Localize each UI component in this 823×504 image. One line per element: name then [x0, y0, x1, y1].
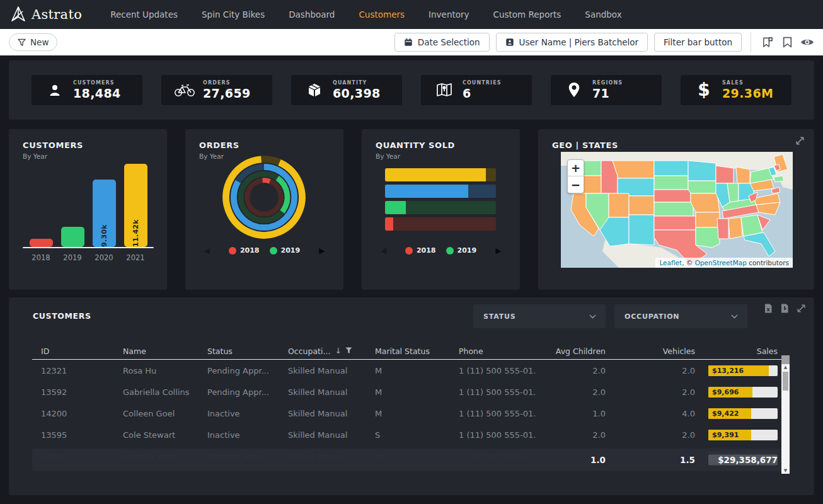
- hbar-2020: [385, 185, 496, 198]
- expand-icon[interactable]: [795, 135, 805, 149]
- legend-prev-arrow[interactable]: ◀: [204, 247, 210, 255]
- column-header-phone[interactable]: Phone: [450, 346, 536, 356]
- column-header-vehicles[interactable]: Vehicles: [609, 346, 699, 356]
- sales-value: $9,391: [712, 431, 739, 439]
- column-filter-icon[interactable]: [345, 346, 352, 356]
- x-tick-2018: 2018: [30, 253, 53, 262]
- totals-vehicles: 1.5: [609, 455, 699, 465]
- column-header-id[interactable]: ID: [32, 346, 114, 356]
- orders-donut-chart: [218, 151, 310, 243]
- column-header-name[interactable]: Name: [114, 346, 199, 356]
- export-excel-icon[interactable]: x: [763, 303, 773, 316]
- nav-item-inventory[interactable]: Inventory: [417, 9, 481, 20]
- nav-item-recent-updates[interactable]: Recent Updates: [98, 9, 190, 20]
- status-filter-dropdown[interactable]: STATUS: [473, 304, 606, 328]
- openstreetmap-link[interactable]: OpenStreetMap: [695, 259, 747, 266]
- sort-desc-icon[interactable]: ↓: [335, 346, 341, 355]
- cell-vehicles: 4.0: [609, 409, 699, 418]
- top-nav-bar: Astrato Recent UpdatesSpin City BikesDas…: [0, 0, 823, 29]
- cell-status: Inactive: [199, 430, 279, 440]
- nav-item-customers[interactable]: Customers: [347, 9, 417, 20]
- hbar-2021: [385, 168, 496, 181]
- map-icon: [434, 83, 455, 98]
- column-header-sales[interactable]: Sales: [699, 346, 781, 356]
- column-label: Status: [207, 346, 233, 356]
- kpi-value: 71: [592, 86, 623, 100]
- date-selection-button[interactable]: Date Selection: [394, 33, 490, 52]
- filter-bar-button[interactable]: Filter bar button: [654, 33, 742, 52]
- zoom-in-button[interactable]: +: [568, 160, 584, 176]
- quantity-chart-subtitle: By Year: [376, 152, 400, 160]
- astrato-logo[interactable]: Astrato: [10, 6, 82, 23]
- eye-icon[interactable]: [800, 35, 814, 49]
- scrollbar-thumb[interactable]: [783, 372, 788, 391]
- cell-name: Rosa Hu: [114, 366, 199, 375]
- quantity-chart-card: QUANTITY SOLD By Year ◀20182019▶: [362, 129, 520, 290]
- cell-vehicles: 2.0: [609, 430, 699, 440]
- column-header-status[interactable]: Status: [199, 346, 279, 356]
- bookmark-icon[interactable]: [780, 35, 794, 49]
- table-totals-row: 1.0 1.5 $29,358,677: [32, 449, 781, 471]
- dashboard-content: CUSTOMERS18,484ORDERS27,659QUANTITY60,39…: [0, 55, 823, 504]
- kpi-value: 18,484: [73, 86, 121, 100]
- expand-icon[interactable]: [796, 303, 807, 316]
- column-header-avg-children[interactable]: Avg Children: [536, 346, 609, 356]
- legend-item-2018[interactable]: 2018: [405, 246, 436, 255]
- cell-avg_children: 2.0: [536, 366, 609, 375]
- kpi-value: 6: [463, 86, 502, 100]
- legend-item-2019[interactable]: 2019: [446, 246, 477, 255]
- table-row[interactable]: 13592Gabriella CollinsPending Appr...Ski…: [32, 381, 781, 403]
- nav-item-sandbox[interactable]: Sandbox: [573, 9, 633, 20]
- map-svg: [561, 152, 793, 268]
- cell-avg_children: 2.0: [536, 387, 609, 397]
- scroll-down-arrow[interactable]: ▼: [784, 467, 787, 474]
- kpi-tile-orders: ORDERS27,659: [161, 75, 272, 105]
- nav-item-spin-city-bikes[interactable]: Spin City Bikes: [190, 9, 277, 20]
- table-scrollbar[interactable]: ▲ ▼: [781, 355, 790, 474]
- legend-item-2019[interactable]: 2019: [270, 246, 301, 255]
- sales-bar: $9,422: [708, 408, 778, 419]
- legend-next-arrow[interactable]: ▶: [495, 247, 501, 255]
- legend-item-2018[interactable]: 2018: [229, 246, 260, 255]
- cell-phone: 1 (11) 500 555-01...: [450, 430, 536, 440]
- new-filter-button[interactable]: New: [9, 33, 57, 51]
- column-header-marital-status[interactable]: Marital Status: [366, 346, 450, 356]
- user-name-button[interactable]: User Name | Piers Batchelor: [496, 33, 648, 52]
- customers-bar-chart: 9.30k11.42k: [26, 161, 150, 247]
- scrollbar-track[interactable]: ▲ ▼: [781, 364, 790, 474]
- kpi-label: CUSTOMERS: [73, 80, 121, 86]
- filter-toolbar: New Date Selection User Name | Piers Bat…: [0, 29, 823, 55]
- occupation-filter-dropdown[interactable]: OCCUPATION: [614, 304, 747, 328]
- legend-prev-arrow[interactable]: ◀: [381, 247, 386, 255]
- export-file-icon[interactable]: [780, 303, 790, 316]
- us-states-map[interactable]: + − Leaflet, © OpenStreetMap contributor…: [561, 152, 793, 268]
- nav-item-custom-reports[interactable]: Custom Reports: [481, 9, 573, 20]
- leaflet-link[interactable]: Leaflet: [659, 259, 682, 266]
- hbar-2018: [385, 217, 496, 231]
- bookmark-add-icon[interactable]: [760, 35, 774, 49]
- x-tick-2021: 2021: [124, 253, 147, 262]
- scroll-up-arrow[interactable]: ▲: [784, 364, 787, 370]
- customers-chart-title: CUSTOMERS: [23, 140, 83, 150]
- quantity-legend: ◀20182019▶: [362, 246, 520, 255]
- cell-avg_children: 1.0: [536, 409, 609, 418]
- legend-next-arrow[interactable]: ▶: [319, 247, 325, 255]
- totals-sales-cell: $29,358,677: [699, 455, 781, 465]
- column-header-occupati-[interactable]: Occupati...↓: [279, 346, 366, 356]
- cell-occupation: Skilled Manual: [279, 366, 366, 375]
- cell-sales: $9,422: [699, 408, 781, 419]
- legend-dot: [229, 247, 236, 255]
- legend-label: 2019: [281, 246, 301, 255]
- kpi-label: COUNTRIES: [463, 80, 502, 86]
- svg-text:$: $: [698, 81, 710, 100]
- table-row[interactable]: 13595Cole StewartInactiveSkilled ManualS…: [32, 424, 781, 445]
- column-label: Vehicles: [663, 346, 695, 356]
- nav-item-dashboard[interactable]: Dashboard: [277, 9, 347, 20]
- table-row[interactable]: 14200Colleen GoelInactiveSkilled ManualM…: [32, 403, 781, 424]
- zoom-out-button[interactable]: −: [568, 176, 584, 193]
- cell-phone: 1 (11) 500 555-01...: [450, 387, 536, 397]
- bar-2019: [61, 227, 84, 247]
- cell-name: Cole Stewart: [114, 430, 199, 440]
- table-row[interactable]: 12321Rosa HuPending Appr...Skilled Manua…: [32, 360, 781, 381]
- kpi-tile-sales: $SALES29.36M: [681, 75, 791, 105]
